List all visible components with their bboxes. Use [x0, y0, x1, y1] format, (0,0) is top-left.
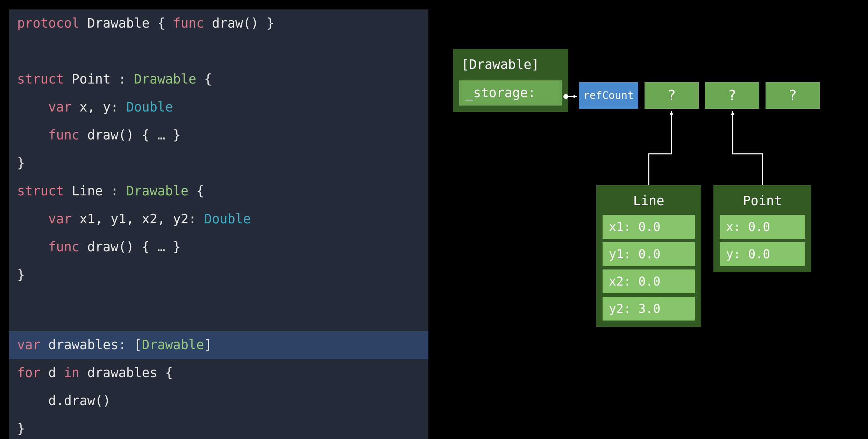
code-line-close: } — [9, 149, 428, 177]
code-blank — [9, 289, 428, 317]
type-drawable: Drawable — [142, 337, 204, 352]
code-line-close: } — [9, 261, 428, 289]
keyword-var: var — [48, 211, 72, 226]
code-panel: protocol Drawable { func draw() } struct… — [9, 9, 428, 439]
type-drawable: Drawable — [126, 183, 188, 199]
arrow-point-to-slot — [733, 111, 762, 185]
point-field: x: 0.0 — [720, 215, 805, 239]
code-line-line-vars: var x1, y1, x2, y2: Double — [9, 205, 428, 233]
arrow-line-to-slot — [649, 111, 671, 185]
keyword-struct: struct — [17, 72, 64, 87]
keyword-protocol: protocol — [17, 16, 79, 31]
line-field: y1: 0.0 — [603, 242, 695, 266]
code-line-point-draw: func draw() { … } — [9, 121, 428, 149]
line-field: x2: 0.0 — [603, 269, 695, 293]
line-title: Line — [603, 190, 695, 211]
keyword-for: for — [17, 365, 41, 380]
code-line-var-drawables: var drawables: [Drawable] — [9, 331, 428, 359]
code-blank — [9, 37, 428, 65]
code-line-1: protocol Drawable { func draw() } — [9, 9, 428, 37]
code-line-point-vars: var x, y: Double — [9, 93, 428, 121]
code-line-line-draw: func draw() { … } — [9, 233, 428, 261]
keyword-var: var — [17, 337, 41, 352]
line-field: y2: 3.0 — [603, 297, 695, 321]
keyword-func: func — [48, 239, 79, 254]
type-drawable: Drawable — [134, 72, 196, 87]
keyword-in: in — [64, 365, 80, 380]
stage: protocol Drawable { func draw() } struct… — [0, 0, 868, 439]
memory-diagram: [Drawable] _storage: refCount ? ? ? Line — [437, 0, 868, 439]
code-line-draw-call: d.draw() — [9, 387, 428, 415]
line-object-box: Line x1: 0.0 y1: 0.0 x2: 0.0 y2: 3.0 — [596, 185, 701, 327]
code-line-close: } — [9, 415, 428, 439]
type-double: Double — [126, 100, 173, 115]
keyword-var: var — [48, 100, 72, 115]
type-double: Double — [204, 211, 251, 226]
point-object-box: Point x: 0.0 y: 0.0 — [713, 185, 811, 272]
code-line-struct-point: struct Point : Drawable { — [9, 65, 428, 93]
code-blank — [9, 317, 428, 331]
point-title: Point — [720, 190, 805, 211]
keyword-struct: struct — [17, 183, 64, 199]
keyword-func: func — [173, 16, 204, 31]
code-line-for: for d in drawables { — [9, 359, 428, 387]
line-field: x1: 0.0 — [603, 215, 695, 239]
keyword-func: func — [48, 128, 79, 143]
point-field: y: 0.0 — [720, 242, 805, 266]
code-line-struct-line: struct Line : Drawable { — [9, 177, 428, 205]
